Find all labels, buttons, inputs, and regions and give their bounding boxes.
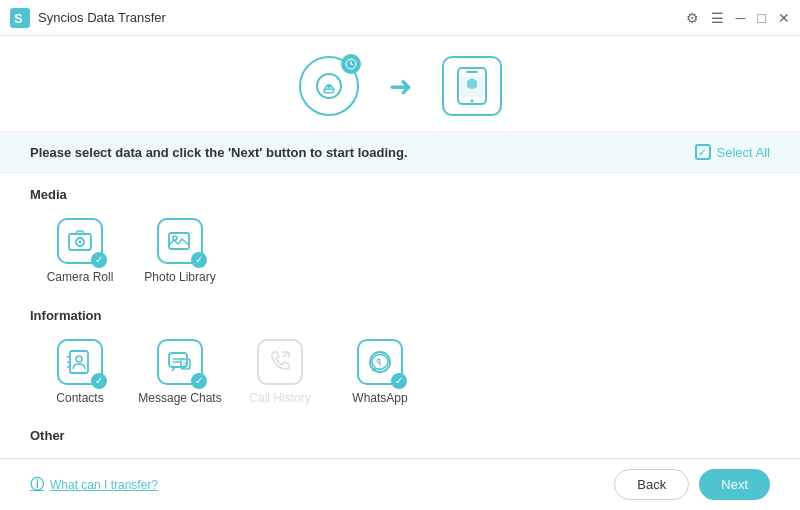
item-notes[interactable]: Notes bbox=[30, 451, 130, 458]
svg-point-3 bbox=[324, 89, 334, 93]
menu-icon[interactable]: ☰ bbox=[711, 10, 724, 26]
information-items-row: Contacts Message Chats bbox=[30, 331, 770, 415]
svg-text:S: S bbox=[14, 11, 23, 26]
select-all-checkbox[interactable]: ✓ bbox=[695, 144, 711, 160]
footer: ⓘ What can I transfer? Back Next bbox=[0, 458, 800, 510]
target-device bbox=[442, 56, 502, 116]
svg-point-18 bbox=[76, 356, 82, 362]
contacts-icon bbox=[57, 339, 103, 385]
svg-rect-9 bbox=[466, 71, 478, 73]
svg-point-16 bbox=[173, 236, 177, 240]
section-information-label: Information bbox=[30, 308, 770, 323]
settings-icon[interactable]: ⚙ bbox=[686, 10, 699, 26]
camera-roll-icon bbox=[57, 218, 103, 264]
source-device bbox=[299, 56, 359, 116]
message-chats-icon bbox=[157, 339, 203, 385]
item-voice-mail[interactable]: Voice Mail bbox=[430, 451, 530, 458]
photo-library-icon bbox=[157, 218, 203, 264]
next-button[interactable]: Next bbox=[699, 469, 770, 500]
svg-point-10 bbox=[470, 100, 473, 103]
title-bar: S Syncios Data Transfer ⚙ ☰ ─ □ ✕ bbox=[0, 0, 800, 36]
target-icon bbox=[442, 56, 502, 116]
select-bar: Please select data and click the 'Next' … bbox=[0, 132, 800, 173]
item-photo-library[interactable]: Photo Library bbox=[130, 210, 230, 294]
footer-buttons: Back Next bbox=[614, 469, 770, 500]
svg-rect-22 bbox=[169, 353, 187, 367]
section-media-label: Media bbox=[30, 187, 770, 202]
minimize-icon[interactable]: ─ bbox=[736, 10, 746, 26]
app-title: Syncios Data Transfer bbox=[38, 10, 686, 25]
contacts-label: Contacts bbox=[56, 391, 103, 407]
item-camera-roll[interactable]: Camera Roll bbox=[30, 210, 130, 294]
select-all-button[interactable]: ✓ Select All bbox=[695, 144, 770, 160]
app-logo: S bbox=[10, 8, 30, 28]
message-chats-label: Message Chats bbox=[138, 391, 221, 407]
call-history-icon bbox=[257, 339, 303, 385]
camera-roll-label: Camera Roll bbox=[47, 270, 114, 286]
whatsapp-icon bbox=[357, 339, 403, 385]
main-content: ➜ Please select data and click the 'Next… bbox=[0, 36, 800, 510]
svg-line-7 bbox=[351, 64, 353, 65]
photo-library-label: Photo Library bbox=[144, 270, 215, 286]
select-all-label: Select All bbox=[717, 145, 770, 160]
svg-point-14 bbox=[79, 241, 82, 244]
whatsapp-label: WhatsApp bbox=[352, 391, 407, 407]
item-whatsapp[interactable]: WhatsApp bbox=[330, 331, 430, 415]
window-controls: ⚙ ☰ ─ □ ✕ bbox=[686, 10, 790, 26]
media-items-row: Camera Roll Photo Library bbox=[30, 210, 770, 294]
instruction-text: Please select data and click the 'Next' … bbox=[30, 145, 408, 160]
transfer-header: ➜ bbox=[0, 36, 800, 132]
section-other-label: Other bbox=[30, 428, 770, 443]
svg-point-4 bbox=[327, 84, 331, 88]
clock-badge bbox=[341, 54, 361, 74]
item-contacts[interactable]: Contacts bbox=[30, 331, 130, 415]
data-section: Media Camera Roll bbox=[0, 173, 800, 458]
help-link-label[interactable]: What can I transfer? bbox=[50, 478, 158, 492]
item-bookmarks[interactable]: Bookmarks bbox=[230, 451, 330, 458]
help-link[interactable]: ⓘ What can I transfer? bbox=[30, 476, 158, 494]
call-history-label: Call History bbox=[249, 391, 310, 407]
item-safari-history: Safari History bbox=[330, 451, 430, 458]
transfer-arrow: ➜ bbox=[389, 70, 412, 103]
info-icon: ⓘ bbox=[30, 476, 44, 494]
maximize-icon[interactable]: □ bbox=[758, 10, 766, 26]
item-message-chats[interactable]: Message Chats bbox=[130, 331, 230, 415]
back-button[interactable]: Back bbox=[614, 469, 689, 500]
source-icon bbox=[299, 56, 359, 116]
item-call-history: Call History bbox=[230, 331, 330, 415]
other-items-row: Notes Calendar bbox=[30, 451, 770, 458]
item-calendar[interactable]: Calendar bbox=[130, 451, 230, 458]
close-icon[interactable]: ✕ bbox=[778, 10, 790, 26]
